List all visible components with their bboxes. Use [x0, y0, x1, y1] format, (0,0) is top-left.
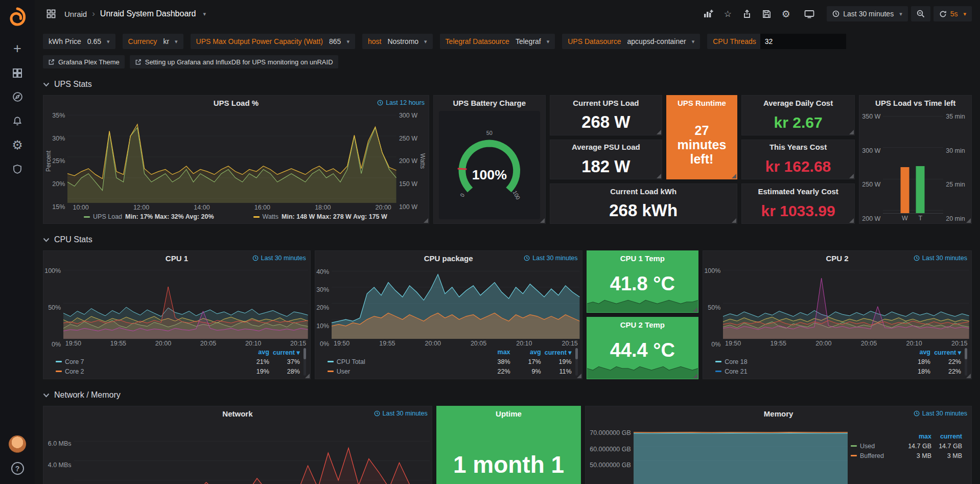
- clock-icon: [914, 410, 920, 417]
- help-icon[interactable]: ?: [11, 462, 24, 475]
- panel-resize-handle[interactable]: [424, 218, 428, 223]
- caret-down-icon[interactable]: ▾: [203, 11, 206, 17]
- legend-column-header[interactable]: max: [901, 433, 931, 440]
- panel-resize-handle[interactable]: [849, 130, 854, 134]
- legend-series-toggle[interactable]: Core 2: [56, 368, 239, 375]
- variable-value-dropdown[interactable]: Nostromo▾: [385, 37, 432, 45]
- save-button[interactable]: [758, 6, 775, 21]
- panel-title[interactable]: CPU 2 Temp: [620, 320, 665, 329]
- panel-title[interactable]: Current UPS Load: [573, 99, 639, 107]
- legend-item[interactable]: WattsMin: 148 W Max: 278 W Avg: 175 W: [253, 213, 387, 220]
- panel-resize-handle[interactable]: [577, 374, 581, 378]
- panel-title[interactable]: CPU 1 Temp: [620, 254, 665, 263]
- time-range-text: Last 12 hours: [386, 99, 425, 106]
- panel-title[interactable]: This Years Cost: [769, 143, 827, 151]
- y-axis-right: 300 W250 W200 W150 W100 W: [396, 111, 419, 212]
- cycle-view-tv-icon[interactable]: [801, 6, 818, 21]
- panel-resize-handle[interactable]: [305, 374, 310, 378]
- user-avatar[interactable]: [9, 435, 26, 453]
- legend-series-toggle[interactable]: Buffered: [851, 452, 901, 459]
- svg-text:0: 0: [459, 192, 465, 198]
- x-tick-label: 20:00: [815, 340, 831, 347]
- dashboards-icon[interactable]: [0, 61, 35, 85]
- legend-column-header[interactable]: avg: [239, 349, 269, 356]
- panel-title[interactable]: Current Load kWh: [610, 187, 676, 196]
- legend-series-toggle[interactable]: Core 21: [715, 368, 900, 375]
- dashboard-settings-gear-icon[interactable]: ⚙: [778, 6, 794, 21]
- panel-resize-handle[interactable]: [657, 174, 661, 178]
- refresh-button[interactable]: 5s ▾: [934, 6, 972, 21]
- legend-series-toggle[interactable]: Core 18: [715, 358, 900, 365]
- panel-network-chart: Network Last 30 minutes 6.0 MBs4.0 MBs2.…: [43, 406, 432, 484]
- variable-value-dropdown[interactable]: 865▾: [327, 37, 355, 45]
- panel-resize-handle[interactable]: [540, 218, 545, 223]
- panel-title[interactable]: UPS Runtime: [678, 99, 726, 107]
- variable-value-dropdown[interactable]: 0.65▾: [85, 37, 115, 45]
- legend-scrollbar[interactable]: [304, 348, 306, 376]
- row-title: Network / Memory: [54, 390, 121, 400]
- zoom-out-button[interactable]: [911, 6, 930, 21]
- legend-column-header[interactable]: current ▾: [541, 349, 572, 356]
- row-toggle-ups-stats[interactable]: UPS Stats: [43, 80, 972, 89]
- legend-value: 9%: [510, 368, 541, 375]
- star-button[interactable]: ☆: [719, 6, 736, 21]
- legend-value: 18%: [900, 358, 930, 365]
- grafana-logo[interactable]: [6, 6, 29, 29]
- panel-title[interactable]: UPS Load %: [214, 99, 259, 107]
- alerting-bell-icon[interactable]: [0, 109, 35, 133]
- share-button[interactable]: [739, 6, 755, 21]
- panel-time-range: Last 30 minutes: [914, 251, 967, 265]
- panel-title[interactable]: Memory: [764, 409, 794, 418]
- dashboard-link-ups-guide[interactable]: Setting up Grafana and InfluxDB for UPS …: [130, 55, 338, 68]
- panel-title[interactable]: Average Daily Cost: [763, 99, 833, 107]
- panel-resize-handle[interactable]: [657, 130, 661, 134]
- row-toggle-network-memory[interactable]: Network / Memory: [43, 390, 972, 400]
- row-toggle-cpu-stats[interactable]: CPU Stats: [43, 235, 972, 244]
- legend-scrollbar[interactable]: [575, 348, 578, 376]
- configuration-gear-icon[interactable]: ⚙: [0, 133, 35, 157]
- legend-series-toggle[interactable]: Core 7: [56, 358, 239, 365]
- legend-series-toggle[interactable]: CPU Total: [328, 358, 480, 365]
- legend-column-header[interactable]: current ▾: [269, 349, 300, 356]
- legend-series-toggle[interactable]: User: [328, 368, 480, 375]
- legend-column-header[interactable]: current ▾: [930, 349, 961, 356]
- time-range-picker[interactable]: Last 30 minutes ▾: [827, 6, 907, 21]
- legend-item[interactable]: UPS LoadMin: 17% Max: 32% Avg: 20%: [84, 213, 214, 220]
- legend-scrollbar[interactable]: [965, 348, 967, 376]
- apps-grid-icon[interactable]: [43, 6, 59, 21]
- variable-value-dropdown[interactable]: kr▾: [161, 37, 183, 45]
- panel-resize-handle[interactable]: [849, 218, 854, 223]
- add-panel-button[interactable]: [700, 6, 716, 21]
- legend-column-header[interactable]: current: [931, 433, 962, 440]
- server-admin-shield-icon[interactable]: [0, 157, 35, 181]
- panel-resize-handle[interactable]: [693, 374, 697, 378]
- legend-column-header[interactable]: avg: [510, 349, 541, 356]
- legend-series-toggle[interactable]: Used: [851, 443, 901, 450]
- panel-resize-handle[interactable]: [966, 218, 971, 223]
- panel-resize-handle[interactable]: [732, 218, 736, 223]
- panel-title[interactable]: Uptime: [496, 409, 522, 418]
- panel-title[interactable]: CPU 2: [826, 254, 848, 263]
- panel-title[interactable]: CPU 1: [166, 254, 188, 263]
- dashboard-title[interactable]: Unraid System Dashboard: [100, 9, 196, 18]
- legend-column-header[interactable]: avg: [900, 349, 930, 356]
- panel-resize-handle[interactable]: [966, 374, 971, 378]
- panel-resize-handle[interactable]: [732, 174, 736, 178]
- panel-title[interactable]: CPU package: [424, 254, 473, 263]
- panel-title[interactable]: UPS Battery Charge: [453, 99, 526, 107]
- panel-resize-handle[interactable]: [693, 307, 697, 312]
- template-variables-bar: kWh Price 0.65▾ Currency kr▾ UPS Max Out…: [35, 28, 980, 49]
- variable-value-dropdown[interactable]: Telegraf▾: [514, 37, 555, 45]
- panel-resize-handle[interactable]: [849, 174, 854, 178]
- cpu-threads-input[interactable]: [760, 34, 846, 49]
- explore-compass-icon[interactable]: [0, 85, 35, 109]
- legend-column-header[interactable]: max: [480, 349, 510, 356]
- create-icon[interactable]: +: [0, 37, 35, 61]
- panel-title[interactable]: Network: [222, 409, 252, 418]
- panel-title[interactable]: Estimated Yearly Cost: [758, 187, 838, 196]
- variable-value-dropdown[interactable]: apcupsd-container▾: [625, 37, 701, 45]
- breadcrumb-app[interactable]: Unraid: [64, 10, 87, 18]
- panel-title[interactable]: UPS Load vs Time left: [875, 99, 955, 107]
- panel-title[interactable]: Average PSU Load: [572, 143, 640, 151]
- dashboard-link-plex-theme[interactable]: Grafana Plex Theme: [43, 55, 125, 68]
